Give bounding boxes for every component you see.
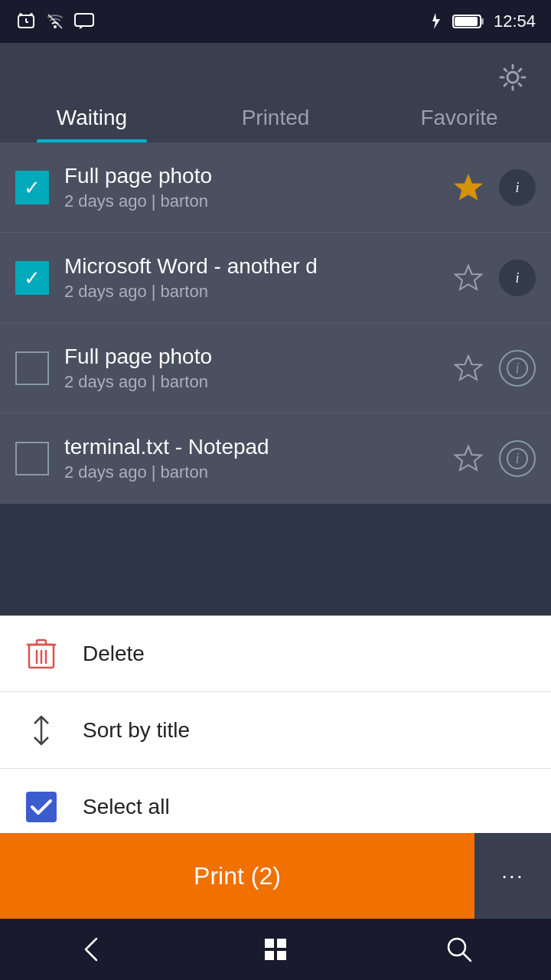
sort-menu-item[interactable]: Sort by title xyxy=(0,692,551,769)
star-button-4[interactable] xyxy=(452,442,485,475)
item-meta-2: 2 days ago | barton xyxy=(64,282,452,302)
status-bar: 12:54 xyxy=(0,0,551,43)
svg-rect-32 xyxy=(277,939,286,948)
item-content-1: Full page photo 2 days ago | barton xyxy=(64,164,452,211)
svg-rect-33 xyxy=(265,951,274,960)
select-all-icon xyxy=(23,789,60,825)
charge-icon xyxy=(428,11,443,31)
svg-text:i: i xyxy=(515,361,519,376)
home-button[interactable] xyxy=(245,919,306,980)
svg-marker-12 xyxy=(455,175,481,199)
item-actions-1: i xyxy=(452,169,536,206)
svg-point-3 xyxy=(19,13,22,16)
item-actions-3: i xyxy=(452,350,536,387)
list-area: ✓ Full page photo 2 days ago | barton i … xyxy=(0,142,551,504)
wifi-off-icon xyxy=(44,11,66,32)
info-button-2[interactable]: i xyxy=(499,260,536,296)
alarm-icon xyxy=(15,11,37,32)
item-title-1: Full page photo xyxy=(64,164,386,188)
svg-marker-21 xyxy=(455,446,481,470)
nav-bar xyxy=(0,919,551,980)
svg-rect-34 xyxy=(277,951,286,960)
search-button[interactable] xyxy=(429,919,490,980)
info-button-3[interactable]: i xyxy=(499,350,536,387)
item-meta-1: 2 days ago | barton xyxy=(64,191,452,211)
item-content-3: Full page photo 2 days ago | barton xyxy=(64,345,452,392)
print-button[interactable]: Print (2) xyxy=(0,833,474,919)
item-title-2: Microsoft Word - another d xyxy=(64,254,386,279)
list-item: terminal.txt - Notepad 2 days ago | bart… xyxy=(0,413,551,504)
svg-text:i: i xyxy=(515,270,519,286)
list-item: Full page photo 2 days ago | barton i xyxy=(0,323,551,413)
star-button-1[interactable] xyxy=(452,171,485,204)
checkbox-4[interactable] xyxy=(15,442,49,475)
sort-label: Sort by title xyxy=(83,718,190,743)
star-button-2[interactable] xyxy=(452,261,485,295)
checkbox-3[interactable] xyxy=(15,351,49,385)
svg-marker-18 xyxy=(455,356,481,380)
tab-waiting[interactable]: Waiting xyxy=(0,92,184,142)
delete-menu-item[interactable]: Delete xyxy=(0,616,551,692)
status-time: 12:54 xyxy=(494,11,536,31)
svg-point-11 xyxy=(507,72,518,83)
info-button-1[interactable]: i xyxy=(499,169,536,206)
svg-point-5 xyxy=(54,25,57,28)
svg-rect-31 xyxy=(265,939,274,948)
message-icon xyxy=(73,11,95,32)
svg-marker-15 xyxy=(455,266,481,289)
list-item: ✓ Microsoft Word - another d 2 days ago … xyxy=(0,233,551,323)
list-item: ✓ Full page photo 2 days ago | barton i xyxy=(0,142,551,233)
more-options-button[interactable]: ··· xyxy=(474,833,551,919)
select-all-label: Select all xyxy=(83,795,170,819)
svg-rect-9 xyxy=(481,18,484,24)
item-content-4: terminal.txt - Notepad 2 days ago | bart… xyxy=(64,435,452,482)
battery-icon xyxy=(452,13,484,30)
header: Waiting Printed Favorite xyxy=(0,43,551,142)
delete-label: Delete xyxy=(83,642,145,666)
tab-favorite[interactable]: Favorite xyxy=(367,92,551,142)
status-icons-left xyxy=(15,11,95,32)
item-actions-4: i xyxy=(452,440,536,477)
checkbox-2[interactable]: ✓ xyxy=(15,261,49,295)
item-content-2: Microsoft Word - another d 2 days ago | … xyxy=(64,254,452,302)
sort-icon xyxy=(23,712,60,749)
delete-icon xyxy=(23,635,60,672)
status-icons-right: 12:54 xyxy=(428,11,536,31)
item-meta-4: 2 days ago | barton xyxy=(64,462,452,482)
info-button-4[interactable]: i xyxy=(499,440,536,477)
tab-printed[interactable]: Printed xyxy=(184,92,367,142)
back-button[interactable] xyxy=(61,919,122,980)
svg-rect-10 xyxy=(455,17,478,26)
item-meta-3: 2 days ago | barton xyxy=(64,372,452,392)
svg-point-4 xyxy=(30,13,33,16)
checkbox-1[interactable]: ✓ xyxy=(15,171,49,204)
item-title-3: Full page photo xyxy=(64,345,386,369)
item-title-4: terminal.txt - Notepad xyxy=(64,435,386,459)
svg-line-36 xyxy=(463,953,471,961)
svg-text:i: i xyxy=(515,180,519,195)
star-button-3[interactable] xyxy=(452,351,485,385)
bottom-action-bar: Print (2) ··· xyxy=(0,833,551,919)
item-actions-2: i xyxy=(452,260,536,296)
svg-rect-7 xyxy=(75,14,93,26)
svg-text:i: i xyxy=(515,451,519,466)
tab-bar: Waiting Printed Favorite xyxy=(0,92,551,142)
